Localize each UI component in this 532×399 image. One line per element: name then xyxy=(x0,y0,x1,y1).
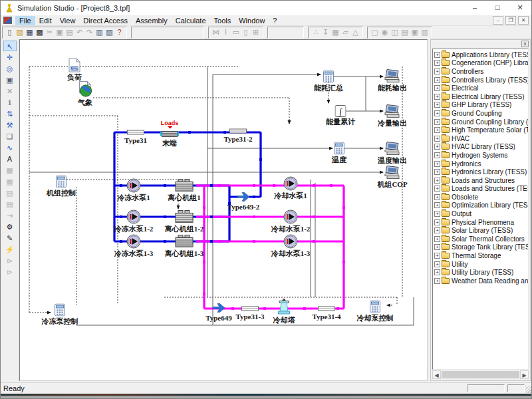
expand-icon[interactable]: + xyxy=(434,85,440,91)
cut-icon[interactable]: ✂ xyxy=(45,27,55,37)
macro-icon[interactable]: ▦ xyxy=(3,165,17,176)
text-tool-icon[interactable]: A xyxy=(3,154,17,164)
expand-icon[interactable]: + xyxy=(434,102,440,108)
expand-icon[interactable]: + xyxy=(434,269,440,275)
pump-chw-1-3[interactable]: 冷冻水泵1-3 xyxy=(126,234,141,249)
pump-cw-1-2[interactable]: 冷却水泵1-2 xyxy=(283,209,298,224)
expand-icon[interactable]: + xyxy=(434,253,440,259)
tree-item-hvac-library-tess[interactable]: +HVAC Library (TESS) xyxy=(434,143,528,152)
tree-item-solar-library-tess[interactable]: +Solar Library (TESS) xyxy=(434,226,528,235)
integrator-energy[interactable]: ∫能量累计 xyxy=(335,105,346,117)
expand-icon[interactable]: + xyxy=(434,236,440,242)
maximize-button[interactable]: □ xyxy=(486,1,509,15)
tree-item-ghp-library-tess[interactable]: +GHP Library (TESS) xyxy=(434,101,528,110)
tree-item-solar-thermal-collectors[interactable]: +Solar Thermal Collectors xyxy=(434,235,528,243)
menu-item-file[interactable]: File xyxy=(15,16,35,25)
link-tool-icon[interactable]: ∿ xyxy=(3,142,17,153)
tree-item-hydronics-library-tess[interactable]: +Hydronics Library (TESS) xyxy=(434,168,528,176)
save-all-icon[interactable]: ▩ xyxy=(35,27,45,37)
cooling-tower[interactable]: 冷却塔 xyxy=(277,298,291,315)
tree-item-hvac[interactable]: +HVAC xyxy=(434,134,528,143)
paste-icon[interactable]: ▤ xyxy=(65,27,74,37)
expand-icon[interactable]: + xyxy=(434,186,440,192)
assembly-tree-icon[interactable]: ∴ xyxy=(311,27,321,37)
tree-item-physical-phenomena[interactable]: +Physical Phenomena xyxy=(434,218,528,227)
menu-item-assembly[interactable]: Assembly xyxy=(132,16,172,25)
library-tree[interactable]: +Applications Library (TESS)+Cogeneratio… xyxy=(432,49,529,370)
info-tool-icon[interactable]: ℹ xyxy=(3,97,17,108)
calc-unit-control[interactable]: 机组控制 xyxy=(56,176,66,188)
print-preview-icon[interactable]: ▧ xyxy=(104,27,114,37)
mdi-restore-button[interactable]: ❐ xyxy=(505,16,516,25)
calc-cw-pump-control[interactable]: 冷却泵控制 xyxy=(370,301,380,313)
window-cascade-icon[interactable]: ▢ xyxy=(370,27,380,37)
export-icon[interactable]: ⇥ xyxy=(3,210,17,221)
redo-icon[interactable]: ↷ xyxy=(84,27,94,37)
flag-play-icon[interactable]: ⊳ xyxy=(3,255,17,266)
diverter-type649[interactable]: Type649 xyxy=(212,303,225,313)
weather-reader[interactable]: 气象 xyxy=(77,81,94,98)
wrench-tool-icon[interactable]: ⚒ xyxy=(3,120,17,130)
zoom-fit-icon[interactable]: ▭ xyxy=(231,27,241,37)
help-icon[interactable]: ? xyxy=(114,27,124,37)
window-arrange-icon[interactable]: ◫ xyxy=(390,27,400,37)
pipe-type31[interactable]: Type31 xyxy=(127,130,144,136)
pump-cw-1-3[interactable]: 冷却水泵1-3 xyxy=(283,234,298,249)
mdi-close-button[interactable]: ✕ xyxy=(518,16,529,25)
expand-icon[interactable]: + xyxy=(434,178,440,184)
save-icon[interactable]: ▦ xyxy=(25,27,35,37)
expand-icon[interactable]: + xyxy=(434,77,440,83)
expand-icon[interactable]: + xyxy=(434,110,440,116)
chiller-1[interactable]: 离心机组1 xyxy=(174,178,194,193)
tree-item-utility-library-tess[interactable]: +Utility Library (TESS) xyxy=(434,268,528,277)
expand-icon[interactable]: + xyxy=(434,52,440,58)
expand-icon[interactable]: + xyxy=(434,144,440,150)
minimize-button[interactable]: – xyxy=(464,1,486,15)
tree-item-utility[interactable]: +Utility xyxy=(434,260,528,269)
expand-icon[interactable]: + xyxy=(434,211,440,217)
tree-item-ground-coupling-library-tess[interactable]: +Ground Coupling Library (TESS) xyxy=(434,118,528,126)
panel-close-icon[interactable]: x xyxy=(521,41,529,47)
pen-tool-icon[interactable]: ✎ xyxy=(3,233,17,243)
menu-item-direct-access[interactable]: Direct Access xyxy=(79,16,132,25)
undo-icon[interactable]: ↶ xyxy=(74,27,84,37)
calc-energy-sum[interactable]: 能耗汇总 xyxy=(323,70,334,83)
menu-item-view[interactable]: View xyxy=(56,16,80,25)
tree-item-thermal-storage[interactable]: +Thermal Storage xyxy=(434,251,528,260)
expand-icon[interactable]: + xyxy=(434,169,440,175)
tree-item-ground-coupling[interactable]: +Ground Coupling xyxy=(434,109,528,118)
menu-item-calculate[interactable]: Calculate xyxy=(172,16,210,25)
menu-item-?[interactable]: ? xyxy=(269,16,281,25)
menu-item-edit[interactable]: Edit xyxy=(35,16,56,25)
scroll-left-icon[interactable]: ◀ xyxy=(432,370,441,379)
expand-icon[interactable]: + xyxy=(434,227,440,233)
mdi-minimize-button[interactable]: – xyxy=(493,16,503,25)
output-unit-cop[interactable]: 机组COP xyxy=(384,166,401,180)
scroll-right-icon[interactable]: ▶ xyxy=(520,370,529,379)
tree-item-obsolete[interactable]: +Obsolete xyxy=(434,193,528,201)
pump-chw-1-2[interactable]: 冷冻水泵1-2 xyxy=(126,209,141,224)
diagram-canvas[interactable]: USER负荷气象Type31Loads末端Type31-2能耗汇总能耗输出∫能量… xyxy=(19,39,428,381)
run-simulation-icon[interactable]: ⚡ xyxy=(3,244,17,255)
expand-icon[interactable]: + xyxy=(434,261,440,267)
expand-icon[interactable]: + xyxy=(434,94,440,100)
tree-item-loads-and-structures[interactable]: +Loads and Structures xyxy=(434,176,528,185)
tree-item-hydrogen-systems[interactable]: +Hydrogen Systems xyxy=(434,151,528,160)
tree-item-weather-data-reading-and-process[interactable]: +Weather Data Reading and Process xyxy=(434,277,528,285)
expand-icon[interactable]: + xyxy=(434,244,440,250)
zoom-page-icon[interactable]: ▯ xyxy=(241,27,251,37)
expand-icon[interactable]: + xyxy=(434,127,440,133)
tree-item-storage-tank-library-tess[interactable]: +Storage Tank Library (TESS) xyxy=(434,243,528,252)
pan-tool-icon[interactable]: ✛ xyxy=(3,52,17,63)
chiller-1-2[interactable]: 离心机组1-2 xyxy=(174,209,194,224)
expand-icon[interactable]: + xyxy=(434,278,440,284)
expand-icon[interactable]: + xyxy=(434,161,440,167)
resize-grip[interactable] xyxy=(525,386,532,393)
show-model-icon[interactable]: ▣ xyxy=(410,27,420,37)
pump-cw-1[interactable]: 冷却水泵1 xyxy=(283,176,298,191)
output-temperature[interactable]: 温度输出 xyxy=(384,142,401,156)
calc-chw-pump-control[interactable]: 冷冻泵控制 xyxy=(55,304,65,317)
delete-tool-icon[interactable]: ✕ xyxy=(3,86,17,96)
chiller-1-3[interactable]: 离心机组1-3 xyxy=(174,234,194,249)
tree-item-high-temperature-solar-tess[interactable]: +High Temperature Solar (TESS) xyxy=(434,126,528,134)
